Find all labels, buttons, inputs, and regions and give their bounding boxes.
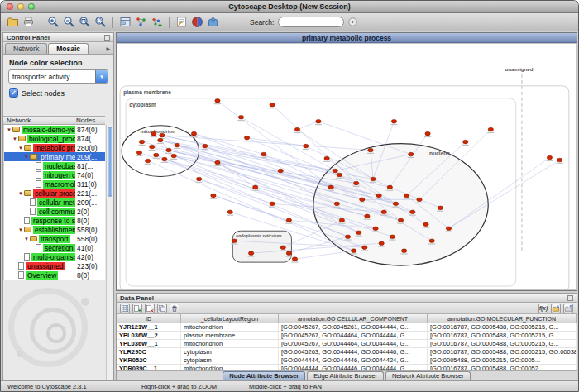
network-node[interactable] bbox=[547, 155, 552, 160]
network-node[interactable] bbox=[175, 143, 179, 147]
print-button[interactable] bbox=[22, 15, 36, 29]
network-node[interactable] bbox=[139, 140, 144, 144]
table-row[interactable]: YPL036W__1mitochondrion[GO:0045267, GO:0… bbox=[117, 340, 577, 348]
network-node[interactable] bbox=[162, 157, 167, 161]
table-row[interactable]: YLR295Ccytoplasm[GO:0045263, GO:0044444,… bbox=[117, 348, 577, 356]
search-input[interactable] bbox=[278, 17, 344, 27]
network-node[interactable] bbox=[557, 158, 562, 162]
network-node[interactable] bbox=[401, 249, 406, 253]
network-graph[interactable]: plasma membranecytoplasmunassignedmitoch… bbox=[117, 43, 577, 290]
network-node[interactable] bbox=[333, 169, 337, 173]
network-node[interactable] bbox=[166, 148, 171, 152]
float-panel-button[interactable] bbox=[104, 35, 110, 41]
network-node[interactable] bbox=[215, 160, 220, 165]
network-node[interactable] bbox=[261, 152, 266, 156]
network-node[interactable] bbox=[292, 257, 297, 261]
network-node[interactable] bbox=[345, 235, 350, 239]
function-builder-button[interactable]: f(x) bbox=[538, 304, 548, 313]
network-canvas[interactable]: plasma membranecytoplasmunassignedmitoch… bbox=[117, 43, 577, 290]
network-node[interactable] bbox=[368, 148, 373, 152]
network-node[interactable] bbox=[158, 138, 163, 142]
network-node[interactable] bbox=[365, 214, 370, 218]
tab-edge-attribute-browser[interactable]: Edge Attribute Browser bbox=[307, 371, 384, 380]
tree-row[interactable]: nucleobase...81(... bbox=[4, 161, 105, 170]
zoom-out-button[interactable] bbox=[62, 15, 76, 29]
network-node[interactable] bbox=[203, 144, 208, 148]
network-node[interactable] bbox=[238, 115, 243, 119]
tree-row[interactable]: ▼metabolic process280(0) bbox=[4, 143, 105, 152]
tree-expander-icon[interactable]: ▼ bbox=[23, 155, 30, 160]
overview-button[interactable] bbox=[118, 15, 132, 29]
create-attribute-button[interactable] bbox=[132, 304, 142, 313]
network-node[interactable] bbox=[154, 153, 159, 157]
network-node[interactable] bbox=[356, 231, 361, 235]
network-node[interactable] bbox=[270, 202, 275, 206]
network-view-title[interactable]: primary metabolic process bbox=[117, 33, 577, 43]
network-node[interactable] bbox=[404, 194, 409, 198]
network-node[interactable] bbox=[381, 210, 386, 214]
select-attributes-button[interactable] bbox=[120, 304, 130, 313]
tree-row[interactable]: multi-organism pro...42(0) bbox=[4, 252, 105, 261]
network-node[interactable] bbox=[316, 119, 321, 123]
window-titlebar[interactable]: Cytoscape Desktop (New Session) bbox=[1, 1, 578, 13]
tree-expander-icon[interactable]: ▼ bbox=[6, 127, 12, 132]
search-go-button[interactable] bbox=[346, 15, 360, 29]
network-node[interactable] bbox=[324, 156, 329, 160]
export-table-button[interactable] bbox=[563, 304, 573, 313]
tab-network-attribute-browser[interactable]: Network Attribute Browser bbox=[385, 371, 471, 380]
network-node[interactable] bbox=[286, 218, 291, 222]
tree-row[interactable]: ▼transport558(0) bbox=[4, 234, 105, 243]
network-node[interactable] bbox=[150, 145, 155, 149]
new-view-button[interactable] bbox=[150, 15, 164, 29]
network-node[interactable] bbox=[409, 152, 414, 156]
network-node[interactable] bbox=[151, 131, 156, 136]
network-node[interactable] bbox=[379, 241, 384, 246]
tree-expander-icon[interactable]: ▼ bbox=[17, 191, 24, 196]
import-table-button[interactable] bbox=[551, 304, 561, 313]
tree-expander-icon[interactable]: ▼ bbox=[17, 227, 24, 232]
tree-row[interactable]: ▼establishment of lo...558(0) bbox=[4, 225, 105, 234]
open-session-button[interactable] bbox=[6, 15, 20, 29]
network-node[interactable] bbox=[232, 239, 237, 243]
batch-edit-button[interactable] bbox=[157, 304, 167, 313]
network-node[interactable] bbox=[136, 151, 141, 155]
delete-attribute-button[interactable] bbox=[145, 304, 155, 313]
network-node[interactable] bbox=[227, 210, 232, 214]
network-node[interactable] bbox=[362, 246, 367, 250]
network-node[interactable] bbox=[278, 169, 283, 173]
tree-scrollbar-thumb[interactable] bbox=[108, 127, 112, 197]
tree-scrollbar[interactable] bbox=[106, 125, 113, 380]
close-window-button[interactable] bbox=[7, 3, 13, 10]
tree-row[interactable]: ▼cellular process221(... bbox=[4, 189, 105, 198]
zoom-fit-button[interactable] bbox=[93, 15, 108, 29]
network-node[interactable] bbox=[294, 127, 299, 131]
network-node[interactable] bbox=[387, 185, 392, 189]
network-node[interactable] bbox=[339, 218, 344, 222]
network-node[interactable] bbox=[337, 173, 342, 177]
plugin-button[interactable] bbox=[206, 15, 220, 29]
table-row[interactable]: YKR052Ccytoplasm[GO:0044444, GO:0044446,… bbox=[117, 356, 577, 365]
node-color-dropdown[interactable]: transporter activity ▼ bbox=[8, 69, 108, 84]
vizmapper-button[interactable] bbox=[190, 15, 204, 29]
annotation-button[interactable] bbox=[175, 15, 189, 29]
network-node[interactable] bbox=[354, 181, 359, 185]
column-header[interactable]: annotation.GO MOLECULAR_FUNCTION bbox=[428, 314, 577, 323]
float-panel-button[interactable] bbox=[567, 295, 573, 301]
column-header[interactable]: ID bbox=[117, 314, 181, 323]
network-node[interactable] bbox=[286, 251, 291, 256]
network-node[interactable] bbox=[417, 198, 422, 202]
network-node[interactable] bbox=[390, 235, 395, 239]
network-node[interactable] bbox=[248, 251, 253, 256]
tab-scroll-right-icon[interactable]: ▶ bbox=[106, 45, 112, 54]
zoom-selected-button[interactable] bbox=[78, 15, 92, 29]
column-header[interactable]: _cellularLayoutRegion bbox=[181, 314, 279, 323]
tree-row[interactable]: nitrogen compo...74(0) bbox=[4, 170, 105, 179]
column-header[interactable]: annotation.GO CELLULAR_COMPONENT bbox=[279, 314, 428, 323]
network-node[interactable] bbox=[351, 249, 356, 253]
tree-row[interactable]: response to stimul...8(0) bbox=[4, 216, 105, 225]
network-node[interactable] bbox=[196, 177, 201, 181]
network-node[interactable] bbox=[423, 222, 428, 227]
network-node[interactable] bbox=[463, 140, 468, 144]
network-button[interactable] bbox=[134, 15, 148, 29]
network-node[interactable] bbox=[304, 144, 309, 148]
